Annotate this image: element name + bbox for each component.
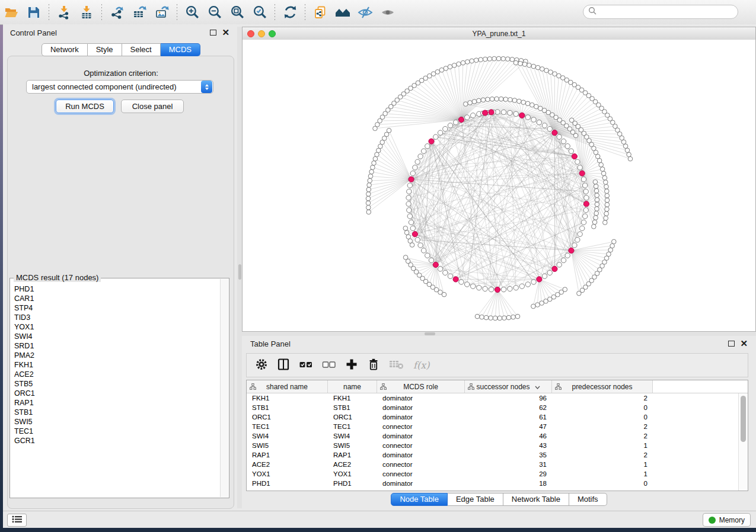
mcds-result-item[interactable]: PHD1	[11, 284, 221, 294]
mcds-result-item[interactable]: TID3	[11, 313, 221, 322]
toolbar-separator	[275, 4, 275, 21]
tab-motifs[interactable]: Motifs	[569, 493, 607, 506]
show-all-button[interactable]	[377, 4, 399, 21]
gear-icon	[255, 358, 268, 373]
apply-layout-button[interactable]	[279, 4, 301, 21]
mcds-result-item[interactable]: YOX1	[11, 322, 221, 332]
table-row[interactable]: PHD1 PHD1 dominator 18 0	[247, 479, 739, 488]
select-all-button[interactable]	[299, 357, 313, 374]
zoom-out-button[interactable]	[203, 4, 226, 21]
attribute-type-icon	[555, 383, 562, 392]
mcds-result-box: MCDS result (17 nodes) PHD1CAR1STP4TID3Y…	[9, 278, 229, 498]
mcds-result-item[interactable]: STP4	[11, 303, 221, 313]
delete-column-button[interactable]	[367, 357, 380, 374]
table-row[interactable]: ORC1 ORC1 dominator 61 0	[247, 412, 739, 422]
control-panel-header: Control Panel ✕	[3, 26, 239, 39]
cell-predecessor-nodes: 0	[552, 403, 653, 412]
close-panel-button[interactable]: Close panel	[121, 100, 184, 113]
open-session-button[interactable]	[0, 4, 23, 21]
table-row[interactable]: ACE2 ACE2 connector 31 1	[247, 460, 739, 469]
column-header-mcds-role[interactable]: MCDS role	[377, 380, 465, 393]
delete-table-button[interactable]	[389, 357, 404, 374]
status-bar: Memory	[3, 511, 756, 528]
save-session-button[interactable]	[23, 4, 45, 21]
memory-status-icon	[709, 517, 716, 524]
toolbar-separator	[101, 4, 102, 21]
zoom-in-button[interactable]	[181, 4, 203, 21]
mcds-result-item[interactable]: FKH1	[11, 360, 221, 370]
horizontal-splitter[interactable]	[242, 332, 756, 336]
deselect-all-button[interactable]	[322, 357, 336, 374]
column-header-name[interactable]: name	[328, 380, 377, 393]
splitter-grip[interactable]	[425, 332, 435, 335]
tab-edge-table[interactable]: Edge Table	[448, 493, 503, 506]
memory-button[interactable]: Memory	[703, 513, 751, 527]
zoom-fit-button[interactable]	[226, 4, 248, 21]
network-graph[interactable]	[243, 40, 755, 331]
float-panel-icon[interactable]	[210, 30, 216, 36]
hide-selection-button[interactable]	[354, 4, 377, 21]
column-header-successor-nodes[interactable]: successor nodes	[465, 380, 552, 393]
network-window-titlebar[interactable]: YPA_prune.txt_1	[243, 27, 755, 40]
optimization-criterion-select[interactable]: largest connected component (undirected)	[26, 80, 213, 94]
cell-name: FKH1	[328, 393, 377, 403]
mcds-result-item[interactable]: ORC1	[11, 389, 221, 398]
function-builder-button[interactable]: f(x)	[413, 357, 429, 374]
tab-node-table[interactable]: Node Table	[391, 493, 448, 506]
import-table-button[interactable]	[75, 4, 98, 21]
network-canvas[interactable]	[243, 40, 755, 331]
table-panel-title: Table Panel	[250, 339, 728, 348]
mcds-result-item[interactable]: CAR1	[11, 294, 221, 303]
tab-style[interactable]: Style	[88, 43, 122, 56]
column-header-shared-name[interactable]: shared name	[247, 380, 328, 393]
mcds-result-item[interactable]: STB5	[11, 379, 221, 389]
mcds-result-item[interactable]: SWI5	[11, 417, 221, 427]
table-row[interactable]: RAP1 RAP1 dominator 35 2	[247, 450, 739, 460]
import-network-button[interactable]	[53, 4, 75, 21]
export-image-button[interactable]	[151, 4, 173, 21]
close-panel-icon[interactable]: ✕	[740, 341, 748, 347]
mcds-result-item[interactable]: SWI4	[11, 332, 221, 341]
mcds-result-item[interactable]: ACE2	[11, 370, 221, 379]
log-console-button[interactable]	[7, 514, 27, 527]
splitter-grip[interactable]	[238, 264, 241, 280]
mcds-result-item[interactable]: SRD1	[11, 341, 221, 351]
tab-select[interactable]: Select	[122, 43, 161, 56]
result-list-scrollbar[interactable]	[220, 279, 228, 497]
tab-network-table[interactable]: Network Table	[503, 493, 569, 506]
cell-successor-nodes: 18	[465, 479, 552, 488]
search-field[interactable]	[583, 5, 738, 19]
zoom-selected-button[interactable]	[248, 4, 271, 21]
close-panel-icon[interactable]: ✕	[222, 30, 229, 36]
search-input[interactable]	[599, 7, 738, 17]
mcds-result-item[interactable]: TEC1	[11, 427, 221, 436]
mcds-result-item[interactable]: STB1	[11, 408, 221, 417]
table-row[interactable]: STB1 STB1 dominator 62 0	[247, 403, 739, 412]
scrollbar-thumb[interactable]	[741, 396, 746, 442]
zoom-in-icon	[185, 5, 200, 20]
run-mcds-button[interactable]: Run MCDS	[56, 100, 114, 113]
sort-chevron-icon[interactable]	[535, 383, 540, 391]
mcds-result-item[interactable]: RAP1	[11, 398, 221, 408]
add-column-button[interactable]	[345, 357, 358, 374]
table-row[interactable]: FKH1 FKH1 dominator 96 2	[247, 393, 739, 403]
table-row[interactable]: TEC1 TEC1 connector 47 2	[247, 422, 739, 431]
tab-network[interactable]: Network	[42, 43, 88, 56]
show-columns-button[interactable]	[277, 357, 290, 374]
float-panel-icon[interactable]	[728, 341, 735, 347]
new-network-from-selection-button[interactable]	[309, 4, 331, 21]
table-body: FKH1 FKH1 dominator 96 2 STB1 STB1 domin…	[247, 393, 739, 491]
export-network-button[interactable]	[106, 4, 128, 21]
tab-mcds[interactable]: MCDS	[161, 43, 200, 56]
table-row[interactable]: SWI4 SWI4 dominator 46 2	[247, 431, 739, 441]
table-settings-button[interactable]	[255, 357, 268, 374]
table-row[interactable]: SWI5 SWI5 connector 43 1	[247, 441, 739, 450]
column-header-predecessor-nodes[interactable]: predecessor nodes	[552, 380, 653, 393]
vertical-splitter[interactable]	[237, 27, 242, 508]
table-row[interactable]: YOX1 YOX1 connector 29 1	[247, 469, 739, 479]
first-neighbors-button[interactable]	[331, 4, 354, 21]
table-scrollbar[interactable]	[738, 393, 748, 491]
mcds-result-item[interactable]: PMA2	[11, 351, 221, 360]
export-table-button[interactable]	[128, 4, 151, 21]
mcds-result-item[interactable]: GCR1	[11, 436, 221, 446]
